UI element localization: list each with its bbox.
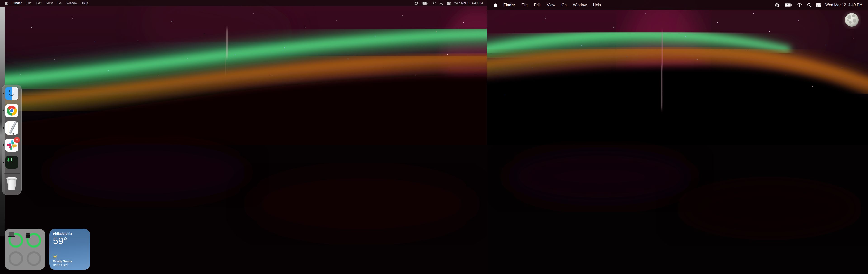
weather-temperature: 59°	[53, 236, 86, 246]
menu-item-edit[interactable]: Edit	[531, 3, 544, 7]
finder-icon	[5, 87, 18, 100]
spotlight-search-icon[interactable]	[804, 3, 814, 7]
slack-notification-badge	[14, 137, 20, 143]
weather-city: Philadelphia	[53, 232, 86, 236]
sunburst-menu-icon[interactable]	[412, 1, 420, 5]
apple-logo-icon	[4, 1, 8, 5]
menu-item-file[interactable]: File	[518, 3, 531, 7]
dock-item-chrome[interactable]	[2, 104, 22, 117]
menu-item-go[interactable]: Go	[558, 3, 570, 7]
dock: $	[2, 85, 22, 195]
battery-ring-laptop	[8, 232, 24, 248]
left-display: Finder File Edit View Go Window Help	[0, 0, 487, 274]
moon	[844, 12, 860, 28]
menu-item-go[interactable]: Go	[55, 1, 64, 5]
battery-ring-empty	[8, 251, 24, 267]
right-display: Finder File Edit View Go Window Help	[487, 0, 868, 274]
wifi-icon[interactable]	[430, 2, 438, 4]
spotlight-search-icon[interactable]	[438, 2, 445, 5]
dock-item-trash[interactable]	[2, 177, 22, 190]
sun-icon	[53, 254, 57, 259]
apple-logo-icon	[493, 2, 498, 8]
battery-ring-mouse	[26, 232, 42, 248]
menu-item-view[interactable]: View	[544, 3, 559, 7]
terminal-prompt: $	[7, 157, 10, 162]
desktop: Finder File Edit View Go Window Help	[0, 0, 868, 274]
aurora-wallpaper-right	[487, 0, 868, 274]
menu-item-window[interactable]: Window	[64, 1, 79, 5]
apple-menu[interactable]	[491, 2, 500, 8]
terminal-icon: $	[5, 156, 18, 169]
menu-item-file[interactable]: File	[24, 1, 34, 5]
running-indicator	[3, 162, 4, 163]
control-center-icon[interactable]	[445, 2, 453, 4]
sunburst-menu-icon[interactable]	[772, 3, 782, 7]
menu-bar-right: Finder File Edit View Go Window Help	[487, 0, 868, 10]
batteries-widget[interactable]	[4, 229, 45, 270]
dock-item-terminal[interactable]: $	[2, 156, 22, 169]
running-indicator	[3, 110, 4, 111]
dock-item-finder[interactable]	[2, 87, 22, 100]
running-indicator	[3, 93, 4, 94]
weather-widget[interactable]: Philadelphia 59° Mostly Sunny H:59° L:42…	[49, 229, 90, 270]
menu-bar-clock[interactable]: Wed Mar 12 4:49 PM	[824, 3, 864, 7]
menu-item-active-app[interactable]: Finder	[500, 3, 518, 7]
running-indicator	[3, 144, 4, 146]
battery-ring-empty	[26, 251, 42, 267]
laptop-icon	[8, 232, 15, 238]
dock-item-notes[interactable]	[2, 121, 22, 135]
mouse-icon	[26, 232, 30, 239]
dock-item-slack[interactable]	[2, 139, 22, 152]
menu-item-help[interactable]: Help	[80, 1, 91, 5]
menu-item-window[interactable]: Window	[570, 3, 590, 7]
apple-menu[interactable]	[2, 1, 10, 5]
weather-high-low: H:59° L:42°	[53, 263, 86, 267]
terminal-cursor	[11, 158, 12, 161]
slack-icon	[5, 139, 18, 152]
running-indicator	[3, 127, 4, 129]
menu-bar-clock[interactable]: Wed Mar 12 4:49 PM	[453, 1, 485, 5]
menu-item-view[interactable]: View	[44, 1, 55, 5]
menu-item-active-app[interactable]: Finder	[10, 1, 24, 5]
weather-condition: Mostly Sunny	[53, 259, 86, 263]
menu-item-help[interactable]: Help	[590, 3, 604, 7]
dock-separator	[4, 173, 20, 174]
battery-charging-icon[interactable]	[420, 2, 430, 4]
control-center-icon[interactable]	[814, 3, 824, 7]
menu-item-edit[interactable]: Edit	[34, 1, 44, 5]
chrome-icon	[5, 104, 18, 117]
notes-icon	[5, 121, 18, 135]
battery-charging-icon[interactable]	[782, 3, 794, 7]
wifi-icon[interactable]	[794, 3, 804, 7]
menu-bar-left: Finder File Edit View Go Window Help	[0, 0, 487, 6]
trash-icon	[5, 177, 18, 190]
